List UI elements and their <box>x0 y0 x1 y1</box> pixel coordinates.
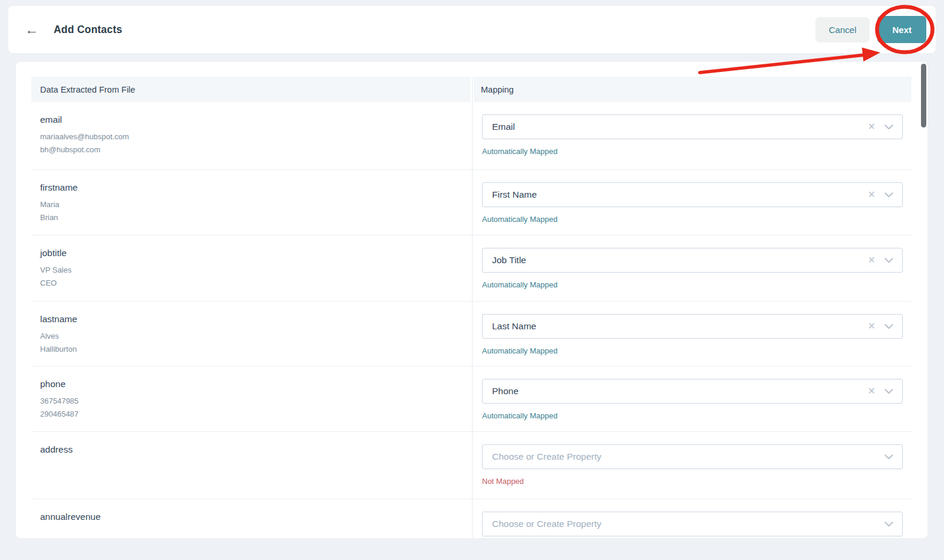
back-arrow-icon[interactable]: ← <box>25 23 38 37</box>
extracted-data-cell: phone 367547985 290465487 <box>31 366 472 431</box>
extracted-data-cell: annualrevenue <box>31 499 472 538</box>
extracted-data-cell: firstname Maria Brian <box>31 170 472 235</box>
page-title: Add Contacts <box>54 24 122 36</box>
table-header-row: Data Extracted From File Mapping <box>31 77 912 102</box>
mapping-row: address Choose or Create Property Not Ma… <box>31 432 912 499</box>
mapping-row: email mariaalves@hubspot.com bh@hubspot.… <box>31 102 912 170</box>
extracted-data-cell: jobtitle VP Sales CEO <box>31 235 472 301</box>
mapping-row: phone 367547985 290465487 Phone ✕ Automa… <box>31 366 912 432</box>
mapping-cell: Phone ✕ Automatically Mapped <box>472 366 912 431</box>
field-name: lastname <box>40 314 472 325</box>
mapping-status: Automatically Mapped <box>482 147 912 156</box>
field-name: jobtitle <box>40 248 472 258</box>
mapping-row: jobtitle VP Sales CEO Job Title ✕ Automa… <box>31 235 912 302</box>
mapping-cell: Email ✕ Automatically Mapped <box>472 102 912 169</box>
mapping-cell: Last Name ✕ Automatically Mapped <box>472 302 912 366</box>
mapping-cell: First Name ✕ Automatically Mapped <box>472 170 912 235</box>
column-header-mapping: Mapping <box>474 77 912 102</box>
mapping-cell: Job Title ✕ Automatically Mapped <box>472 235 912 301</box>
field-name: phone <box>40 379 472 389</box>
sample-value: CEO <box>40 277 472 290</box>
field-name: firstname <box>40 182 472 193</box>
mapping-table: Data Extracted From File Mapping email m… <box>31 77 912 538</box>
mapping-status: Automatically Mapped <box>482 411 912 420</box>
modal-header: ← Add Contacts Cancel Next <box>8 6 936 53</box>
field-name: address <box>40 444 472 455</box>
mapping-cell: Choose or Create Property <box>472 499 912 538</box>
clear-icon[interactable]: ✕ <box>868 190 876 199</box>
chevron-down-icon[interactable] <box>884 192 893 198</box>
extracted-data-cell: lastname Alves Halliburton <box>31 302 472 366</box>
mapping-cell: Choose or Create Property Not Mapped <box>472 432 912 499</box>
property-select[interactable]: Choose or Create Property <box>482 444 903 469</box>
mapping-row: lastname Alves Halliburton Last Name ✕ A… <box>31 302 912 366</box>
extracted-data-cell: email mariaalves@hubspot.com bh@hubspot.… <box>31 102 472 169</box>
property-select[interactable]: Email ✕ <box>482 114 903 139</box>
select-placeholder: Choose or Create Property <box>492 519 884 529</box>
property-select[interactable]: Job Title ✕ <box>482 248 903 273</box>
select-value: First Name <box>492 189 868 200</box>
column-header-extracted: Data Extracted From File <box>31 77 470 102</box>
property-select[interactable]: Last Name ✕ <box>482 314 903 339</box>
extracted-data-cell: address <box>31 432 472 499</box>
mapping-row: annualrevenue Choose or Create Property <box>31 499 912 538</box>
sample-value: Maria <box>40 198 472 211</box>
sample-value: Brian <box>40 211 472 224</box>
property-select[interactable]: Choose or Create Property <box>482 512 903 536</box>
select-value: Last Name <box>492 321 868 332</box>
next-button[interactable]: Next <box>877 16 926 43</box>
sample-value: mariaalves@hubspot.com <box>40 130 472 143</box>
select-value: Job Title <box>492 255 868 266</box>
mapping-row: firstname Maria Brian First Name ✕ Autom… <box>31 170 912 235</box>
sample-value: VP Sales <box>40 264 472 277</box>
select-value: Email <box>492 122 868 132</box>
mapping-status: Automatically Mapped <box>482 346 912 355</box>
chevron-down-icon[interactable] <box>884 522 893 527</box>
sample-value: 290465487 <box>40 408 472 421</box>
clear-icon[interactable]: ✕ <box>868 256 876 265</box>
sample-value: Halliburton <box>40 343 472 356</box>
chevron-down-icon[interactable] <box>884 454 893 460</box>
sample-value: Alves <box>40 330 472 343</box>
clear-icon[interactable]: ✕ <box>868 387 876 396</box>
select-placeholder: Choose or Create Property <box>492 451 884 462</box>
field-name: email <box>40 114 472 125</box>
clear-icon[interactable]: ✕ <box>868 122 876 132</box>
sample-value: 367547985 <box>40 395 472 408</box>
field-name: annualrevenue <box>40 512 472 522</box>
mapping-status: Automatically Mapped <box>482 215 912 224</box>
property-select[interactable]: First Name ✕ <box>482 182 903 207</box>
mapping-status: Automatically Mapped <box>482 280 912 289</box>
chevron-down-icon[interactable] <box>884 258 893 263</box>
scrollbar-thumb[interactable] <box>921 64 926 127</box>
clear-icon[interactable]: ✕ <box>868 322 876 331</box>
mapping-status: Not Mapped <box>482 477 912 486</box>
chevron-down-icon[interactable] <box>884 125 893 130</box>
cancel-button[interactable]: Cancel <box>815 17 870 42</box>
select-value: Phone <box>492 386 868 397</box>
chevron-down-icon[interactable] <box>884 389 893 394</box>
mapping-panel: Data Extracted From File Mapping email m… <box>16 62 927 538</box>
property-select[interactable]: Phone ✕ <box>482 379 903 404</box>
sample-value: bh@hubspot.com <box>40 143 472 156</box>
import-mapping-screen: ← Add Contacts Cancel Next Data Extracte… <box>0 0 944 560</box>
chevron-down-icon[interactable] <box>884 324 893 329</box>
